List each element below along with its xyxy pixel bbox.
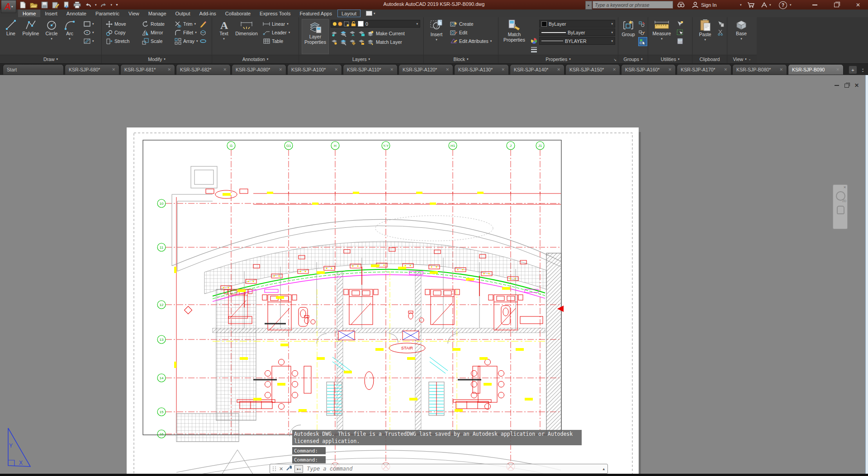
rectangle-button[interactable]: ▾ (83, 20, 94, 28)
hatch-button[interactable]: ▾ (83, 37, 94, 45)
edit-block-button[interactable]: Edit (450, 28, 467, 37)
create-block-button[interactable]: Create (450, 20, 474, 28)
explode-button[interactable] (199, 28, 207, 37)
group-edit-button[interactable] (638, 28, 645, 37)
file-tab[interactable]: KSR-SJP-A110*✕ (343, 64, 398, 75)
close-icon[interactable]: ✕ (612, 67, 616, 72)
close-icon[interactable]: ✕ (779, 67, 783, 72)
edit-attributes-button[interactable]: Edit Attributes▾ (450, 37, 492, 45)
new-file-button[interactable] (19, 1, 27, 9)
match-layer-label[interactable]: Match Layer (376, 39, 402, 45)
ribbon-tab-parametric[interactable]: Parametric (91, 9, 124, 17)
ribbon-tab-layout[interactable]: Layout (337, 9, 360, 17)
close-icon[interactable]: ✕ (668, 67, 672, 72)
file-tab[interactable]: KSR-SJP-A120*✕ (398, 64, 453, 75)
file-tab[interactable]: KSR-SJP-A140*✕ (510, 64, 564, 75)
base-button[interactable]: Base ▾ (732, 19, 751, 42)
close-button[interactable]: ✕ (851, 1, 865, 8)
erase-button[interactable] (199, 20, 207, 28)
quick-select-button[interactable] (676, 20, 683, 28)
file-tab[interactable]: KSR-SJP-681*✕ (120, 64, 175, 75)
ribbon-tab-view[interactable]: View (124, 9, 144, 17)
linetype-combo[interactable]: BYLAYER ▾ (539, 37, 615, 45)
layer-properties-button[interactable]: Layer Properties (302, 19, 329, 54)
close-icon[interactable]: ✕ (167, 67, 171, 72)
match-layer-icon[interactable] (367, 38, 374, 46)
ungroup-button[interactable] (638, 20, 645, 28)
ribbon-tab-manage[interactable]: Manage (144, 9, 171, 17)
redo-button[interactable] (100, 1, 108, 9)
group-button[interactable]: Group (619, 19, 637, 37)
command-history-toggle[interactable]: ▴ (602, 467, 605, 471)
color-combo[interactable]: ByLayer ▾ (539, 20, 615, 28)
file-tab[interactable]: KSR-SJP-A170*✕ (677, 64, 731, 75)
ellipse-button[interactable]: ▾ (83, 28, 94, 37)
drawing-area[interactable]: G G1 H Y-Y H1 J J1 (0, 75, 868, 476)
table-button[interactable]: Table (263, 37, 283, 45)
plot-button[interactable] (73, 1, 81, 9)
ribbon-tab-express-tools[interactable]: Express Tools (255, 9, 295, 17)
linear-dimension-button[interactable]: Linear▾ (263, 20, 289, 28)
panel-label-view[interactable]: View▾⌄ (727, 55, 757, 63)
arc-button[interactable]: Arc ▾ (62, 19, 78, 42)
doc-minimize-button[interactable] (832, 82, 841, 89)
doc-restore-button[interactable] (842, 82, 851, 89)
dialog-launcher-icon[interactable]: ↘ (613, 58, 617, 62)
panel-label-modify[interactable]: Modify▾ (102, 55, 212, 63)
ribbon-tab-output[interactable]: Output (171, 9, 195, 17)
match-properties-button[interactable]: Match Properties (501, 19, 527, 42)
make-current-icon[interactable] (367, 30, 374, 37)
trim-button[interactable]: Trim▾ (174, 20, 196, 28)
layer-combo[interactable]: 0 ▾ (331, 20, 420, 28)
infocenter-toggle[interactable]: ▸ (585, 1, 592, 9)
file-tab[interactable]: KSR-SJP-A150*✕ (565, 64, 620, 75)
close-icon[interactable]: ✕ (557, 67, 560, 72)
group-selection-toggle[interactable] (638, 37, 647, 46)
dimension-button[interactable]: Dimension (233, 19, 260, 36)
file-tab-start[interactable]: Start (3, 64, 64, 75)
overkill-button[interactable] (199, 37, 207, 45)
navbar-close-icon[interactable]: ✕ (843, 185, 846, 189)
layer-unlock-all-icon[interactable] (358, 38, 365, 46)
layer-lock-icon[interactable] (358, 30, 365, 37)
steering-wheel-icon[interactable]: 2D (836, 191, 845, 201)
file-tab[interactable]: KSR-SJP-A130*✕ (454, 64, 509, 75)
search-icon[interactable] (678, 1, 685, 9)
layer-unisolate-icon[interactable] (340, 30, 347, 37)
ribbon-tab-home[interactable]: Home (18, 9, 40, 17)
make-current-label[interactable]: Make Current (376, 31, 405, 36)
array-button[interactable]: Array▾ (174, 37, 198, 45)
scale-button[interactable]: Scale (142, 37, 162, 45)
file-tab[interactable]: KSR-SJP-682*✕ (176, 64, 231, 75)
text-button[interactable]: A Text ▾ (216, 19, 232, 42)
help-icon[interactable]: ? (779, 1, 787, 9)
minimize-button[interactable] (808, 1, 821, 8)
close-icon[interactable]: ✕ (836, 67, 840, 72)
ribbon-tab-annotate[interactable]: Annotate (62, 9, 91, 17)
panel-label-annotation[interactable]: Annotation▾ (212, 55, 299, 63)
ribbon-tab-insert[interactable]: Insert (40, 9, 62, 17)
close-icon[interactable]: ✕ (279, 67, 282, 72)
sign-in-button[interactable]: Sign In (701, 1, 716, 9)
new-tab-button[interactable]: + (849, 66, 857, 74)
search-input[interactable] (593, 1, 673, 9)
rotate-button[interactable]: Rotate (142, 20, 165, 28)
open-file-button[interactable] (30, 1, 38, 9)
layer-thaw-all-icon[interactable] (349, 38, 356, 46)
file-tab[interactable]: KSR-SJP-A160*✕ (621, 64, 676, 75)
leader-button[interactable]: Leader▾ (263, 28, 290, 37)
application-menu-button[interactable]: A ▾ (1, 0, 16, 13)
line-button[interactable]: Line (3, 19, 19, 36)
command-line-bar[interactable]: ✕ ▸▾ ▴ (270, 464, 608, 474)
save-as-button[interactable] (52, 1, 59, 9)
close-icon[interactable]: ✕ (334, 67, 338, 72)
close-icon[interactable]: ✕ (446, 67, 449, 72)
apps-dropdown[interactable]: ▾ (769, 1, 771, 9)
layer-isolate-icon[interactable] (331, 30, 338, 37)
tab-overflow-button[interactable]: ⌄⌄ (859, 66, 867, 73)
ribbon-tab-addins[interactable]: Add-ins (195, 9, 221, 17)
command-input[interactable] (306, 465, 600, 472)
file-tab[interactable]: KSR-SJP-A080*✕ (232, 64, 286, 75)
redo-dropdown[interactable]: ▾ (111, 3, 113, 7)
panel-label-utilities[interactable]: Utilities▾ (648, 55, 692, 63)
